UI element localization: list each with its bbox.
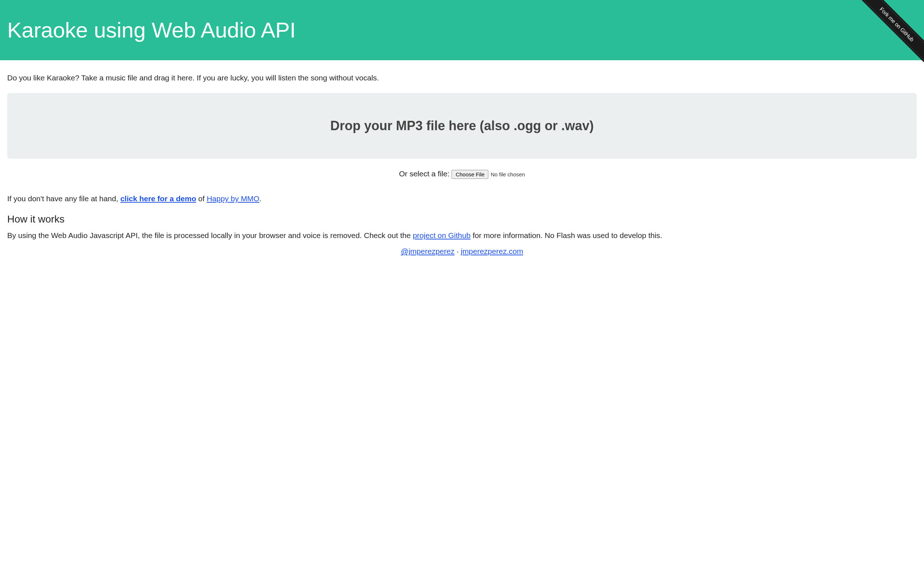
how-it-works-paragraph: By using the Web Audio Javascript API, t… [7,230,917,240]
page-title: Karaoke using Web Audio API [7,18,296,42]
demo-text-prefix: If you don't have any file at hand, [7,194,120,203]
how-it-works-heading: How it works [7,213,917,225]
how-it-works-prefix: By using the Web Audio Javascript API, t… [7,231,413,239]
file-select-label: Or select a file: [399,169,452,178]
footer-links: @jmperezperez · jmperezperez.com [7,247,917,256]
file-input[interactable]: Choose File No file chosen [452,170,525,179]
project-github-link[interactable]: project on Github [413,231,471,239]
website-link[interactable]: jmperezperez.com [461,247,523,255]
demo-paragraph: If you don't have any file at hand, clic… [7,193,917,204]
file-status-text: No file chosen [491,171,525,177]
demo-song-link[interactable]: Happy by MMO [207,194,260,203]
main-content: Do you like Karaoke? Take a music file a… [0,60,924,263]
dropzone-label: Drop your MP3 file here (also .ogg or .w… [15,118,909,134]
intro-text: Do you like Karaoke? Take a music file a… [7,73,917,83]
demo-link[interactable]: click here for a demo [120,194,196,203]
footer-separator: · [454,247,461,255]
file-select-row: Or select a file: Choose File No file ch… [7,169,917,179]
page-header: Karaoke using Web Audio API Fork me on G… [0,0,924,60]
fork-github-link[interactable]: Fork me on GitHub [855,0,924,67]
twitter-link[interactable]: @jmperezperez [401,247,455,255]
how-it-works-suffix: for more information. No Flash was used … [471,231,662,239]
dropzone[interactable]: Drop your MP3 file here (also .ogg or .w… [7,93,917,159]
demo-text-suffix: . [260,194,262,203]
choose-file-button[interactable]: Choose File [452,170,488,179]
demo-text-middle: of [196,194,207,203]
